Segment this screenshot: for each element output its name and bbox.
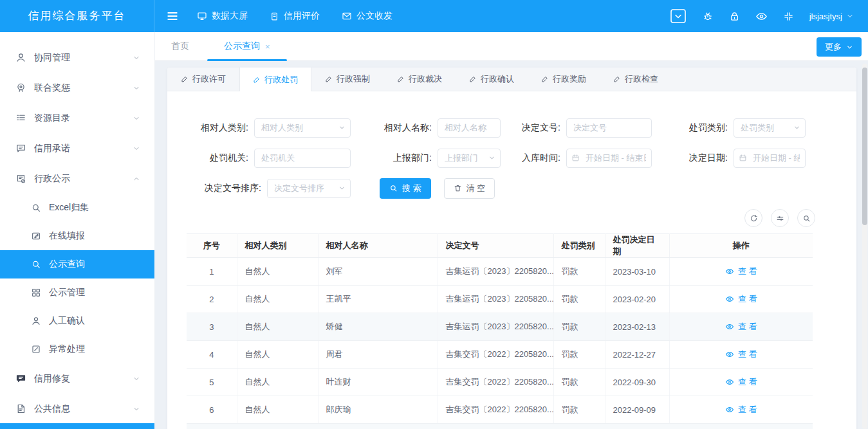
compress-icon[interactable]	[783, 11, 794, 22]
tab-admin-confirm[interactable]: 行政确认	[456, 68, 528, 91]
refresh-button[interactable]	[744, 209, 762, 227]
nav-label: 信用评价	[284, 10, 320, 22]
tab-admin-coercion[interactable]: 行政强制	[311, 68, 383, 91]
close-icon[interactable]: ×	[265, 42, 270, 51]
sidebar-item-resource-catalog[interactable]: 资源目录	[0, 103, 154, 133]
sidebar-subitem-label: 公示查询	[49, 259, 85, 270]
sidebar-item-admin-publicity[interactable]: 行政公示	[0, 163, 154, 194]
party-type-select[interactable]	[254, 118, 351, 138]
eye-icon	[725, 350, 734, 359]
decision-doc-input[interactable]	[566, 118, 652, 138]
sidebar-item-label: 联合奖惩	[34, 82, 133, 94]
table-header-row: 序号 相对人类别 相对人名称 决定文号 处罚类别 处罚决定日期 操作	[187, 234, 813, 258]
nav-credit-evaluation[interactable]: 信用评价	[270, 10, 320, 22]
chevron-down-icon	[133, 375, 140, 383]
sidebar-item-credit-repair[interactable]: 信用修复	[0, 363, 154, 394]
page-tabbar: 首页 公示查询 × 更多	[154, 32, 868, 61]
penalty-agency-input[interactable]	[254, 149, 351, 168]
penalty-type-select[interactable]	[734, 118, 806, 138]
decision-doc-field[interactable]	[566, 118, 652, 138]
storage-time-range-picker[interactable]	[566, 149, 652, 168]
sidebar-subitem-publicity-manage[interactable]: 公示管理	[0, 278, 154, 307]
category-tabs: 行政许可 行政处罚 行政强制 行政裁决 行政确认 行政奖励	[167, 68, 856, 91]
penalty-type-input[interactable]	[734, 118, 806, 138]
view-button[interactable]: 查 看	[725, 349, 757, 360]
col-header: 决定文号	[438, 234, 553, 258]
view-button[interactable]: 查 看	[725, 266, 757, 277]
more-button[interactable]: 更多	[817, 37, 862, 57]
sidebar-item-collaboration[interactable]: 协同管理	[0, 42, 154, 73]
hamburger-menu-icon[interactable]	[166, 10, 179, 23]
party-name-input[interactable]	[438, 118, 501, 138]
file-icon	[15, 403, 26, 414]
tab-publicity-query[interactable]: 公示查询 ×	[215, 32, 279, 61]
col-header: 相对人类别	[237, 234, 318, 258]
sidebar-subitem-publicity-query[interactable]: 公示查询	[0, 250, 154, 278]
chevron-down-icon	[846, 44, 853, 51]
tab-admin-penalty[interactable]: 行政处罚	[239, 68, 311, 91]
sidebar-bottom-bar	[0, 423, 154, 429]
sidebar-subitem-online-fill[interactable]: 在线填报	[0, 222, 154, 250]
sidebar-subitem-label: Excel归集	[49, 202, 89, 214]
pen-icon	[397, 75, 405, 83]
view-button[interactable]: 查 看	[725, 321, 757, 333]
view-button[interactable]: 查 看	[725, 404, 757, 415]
decision-date-input[interactable]	[734, 149, 806, 168]
column-settings-button[interactable]	[771, 209, 789, 227]
chevron-down-icon	[133, 405, 140, 413]
scrollbar-thumb[interactable]	[862, 68, 867, 225]
storage-time-input[interactable]	[566, 149, 652, 168]
user-menu[interactable]: jlsjasjtysj	[809, 12, 854, 21]
view-button[interactable]: 查 看	[725, 376, 757, 388]
tab-admin-inspection[interactable]: 行政检查	[600, 68, 672, 91]
pen-icon	[253, 76, 261, 84]
tab-home[interactable]: 首页	[171, 41, 189, 52]
sidebar-subitem-manual-confirm[interactable]: 人工确认	[0, 307, 154, 335]
chevron-down-icon	[133, 114, 140, 122]
vertical-scrollbar[interactable]	[862, 64, 867, 429]
tab-admin-reward[interactable]: 行政奖励	[528, 68, 600, 91]
mail-icon	[342, 11, 352, 21]
sidebar-item-joint-reward[interactable]: 联合奖惩	[0, 73, 154, 103]
tab-admin-ruling[interactable]: 行政裁决	[383, 68, 456, 91]
report-dept-input[interactable]	[438, 149, 501, 168]
search-button[interactable]: 搜 索	[380, 178, 431, 199]
doc-sort-select[interactable]	[267, 179, 351, 198]
view-button[interactable]: 查 看	[725, 293, 757, 305]
sidebar: 协同管理 联合奖惩 资源目录 信用承诺 行政公示	[0, 32, 154, 429]
table-row: 3 自然人 矫健 吉集运罚〔2023〕2205820... 罚款 2023-02…	[187, 313, 813, 341]
party-name-field[interactable]	[438, 118, 501, 138]
doc-sort-input[interactable]	[267, 179, 351, 198]
sidebar-item-public-info[interactable]: 公共信息	[0, 394, 154, 424]
document-icon	[270, 12, 279, 21]
eye-icon[interactable]	[755, 10, 768, 23]
nav-data-screen[interactable]: 数据大屏	[197, 10, 248, 22]
header-main: 数据大屏 信用评价 公文收发	[154, 0, 868, 32]
field-label: 处罚机关:	[190, 152, 248, 164]
col-header: 处罚类别	[553, 234, 605, 258]
nav-label: 数据大屏	[212, 10, 248, 22]
results-table: 序号 相对人类别 相对人名称 决定文号 处罚类别 处罚决定日期 操作 1 自然人…	[187, 233, 813, 424]
sidebar-item-label: 信用承诺	[34, 143, 133, 154]
sidebar-subitem-excel-collect[interactable]: Excel归集	[0, 194, 154, 222]
tab-admin-license[interactable]: 行政许可	[167, 68, 239, 91]
header-actions: jlsjasjtysj	[670, 8, 854, 24]
decision-date-range-picker[interactable]	[734, 149, 806, 168]
clear-button[interactable]: 清 空	[444, 178, 495, 199]
nav-official-mail[interactable]: 公文收发	[342, 10, 392, 22]
penalty-agency-field[interactable]	[254, 149, 351, 168]
sidebar-subitem-label: 人工确认	[49, 315, 85, 327]
lock-icon[interactable]	[729, 11, 740, 22]
sidebar-subitem-exception-handle[interactable]: 异常处理	[0, 335, 154, 363]
party-type-input[interactable]	[254, 118, 351, 138]
sidebar-subitem-label: 公示管理	[49, 287, 85, 298]
sidebar-item-label: 行政公示	[34, 173, 133, 185]
pen-icon	[469, 75, 477, 83]
app-title: 信用综合服务平台	[0, 0, 154, 32]
down-square-icon[interactable]	[670, 8, 687, 24]
report-dept-select[interactable]	[438, 149, 501, 168]
zoom-button[interactable]	[797, 209, 815, 227]
bug-icon[interactable]	[702, 10, 714, 22]
sidebar-item-credit-commitment[interactable]: 信用承诺	[0, 133, 154, 163]
app-header: 信用综合服务平台 数据大屏 信用评价 公文收发	[0, 0, 868, 32]
